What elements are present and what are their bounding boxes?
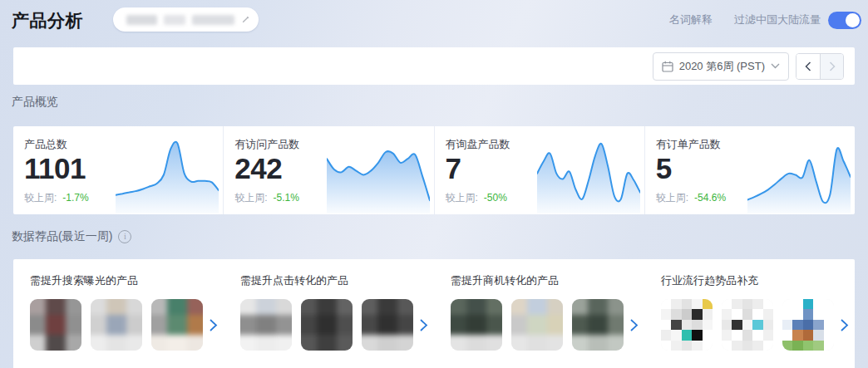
next-week-button[interactable] [820,54,843,79]
rec-column-industry-trends: 行业流行趋势品补充 [644,273,855,368]
sparkline-chart [116,136,219,213]
prev-week-button[interactable] [796,54,820,79]
info-icon[interactable]: i [118,230,131,243]
sparkline-chart [537,136,640,213]
product-thumbnail[interactable] [151,299,203,351]
week-nav [796,53,844,80]
recommendations-panel: 需提升搜索曝光的产品 需提升点击转化的产品 需提升商机转化的产品 行业流行趋势品… [13,259,855,368]
change-value: -54.6% [694,192,726,204]
filter-toggle[interactable] [828,12,861,29]
chevron-left-icon [805,61,811,71]
metric-card-inquiry-products[interactable]: 有询盘产品数 7 较上周:-50% [434,126,644,214]
product-thumbnail[interactable] [572,299,624,351]
product-thumbnail[interactable] [451,299,502,351]
product-thumbnail[interactable] [240,299,292,351]
rec-column-title: 行业流行趋势品补充 [661,273,855,288]
sparkline-chart [327,136,430,213]
product-thumbnail[interactable] [91,299,142,351]
product-thumbnail[interactable] [782,299,834,351]
recommendations-title-text: 数据荐品(最近一周) [12,229,112,244]
page-title: 产品分析 [12,9,83,32]
week-selector[interactable]: 2020 第6周 (PST) [653,52,789,81]
product-thumbnail[interactable] [661,299,713,351]
rec-column-title: 需提升商机转化的产品 [451,273,644,288]
rec-column-opportunity-conversion: 需提升商机转化的产品 [434,273,644,368]
product-thumbnail[interactable] [301,299,353,351]
masked-text [192,15,234,25]
rec-column-click-conversion: 需提升点击转化的产品 [224,273,434,368]
product-thumbnail[interactable] [511,299,563,351]
product-thumbnail[interactable] [362,299,413,351]
chevron-right-icon[interactable] [840,318,849,332]
change-value: -50% [484,192,507,204]
glossary-link[interactable]: 名词解释 [669,12,713,27]
masked-text [164,15,185,25]
metric-card-total-products[interactable]: 产品总数 1101 较上周:-1.7% [13,126,223,214]
rec-column-title: 需提升点击转化的产品 [240,273,434,288]
compare-label: 较上周: [446,191,478,205]
change-value: -1.7% [62,192,88,204]
compare-label: 较上周: [656,191,688,205]
chevron-right-icon[interactable] [419,318,428,332]
header-actions: 名词解释 过滤中国大陆流量 [669,0,861,40]
chevron-right-icon [829,61,836,71]
chevron-right-icon[interactable] [209,318,218,332]
overview-section-title: 产品概览 [12,95,58,110]
masked-account-selector[interactable] [113,7,259,32]
masked-text [126,15,157,25]
change-value: -5.1% [274,192,299,204]
metric-card-visited-products[interactable]: 有访问产品数 242 较上周:-5.1% [223,126,433,214]
chevron-down-icon [771,63,780,69]
compare-label: 较上周: [234,191,267,205]
metric-card-order-products[interactable]: 有订单产品数 5 较上周:-54.6% [644,126,855,214]
product-thumbnail[interactable] [722,299,773,351]
filter-label: 过滤中国大陆流量 [734,12,821,27]
product-thumbnail[interactable] [30,299,81,351]
rec-column-search-exposure: 需提升搜索曝光的产品 [13,273,224,368]
china-traffic-filter: 过滤中国大陆流量 [734,12,861,29]
week-selector-label: 2020 第6周 (PST) [679,59,765,74]
rec-column-title: 需提升搜索曝光的产品 [30,273,224,288]
sparkline-chart [747,136,851,213]
chevron-right-icon[interactable] [629,318,639,332]
compare-label: 较上周: [24,191,57,205]
toolbar: 2020 第6周 (PST) [13,47,855,85]
overview-metrics: 产品总数 1101 较上周:-1.7% 有访问产品数 242 较上周:-5.1%… [13,126,855,214]
calendar-icon [662,61,673,72]
toggle-knob [846,13,860,27]
edit-icon [241,15,250,24]
recommendations-section-title: 数据荐品(最近一周) i [12,229,131,244]
